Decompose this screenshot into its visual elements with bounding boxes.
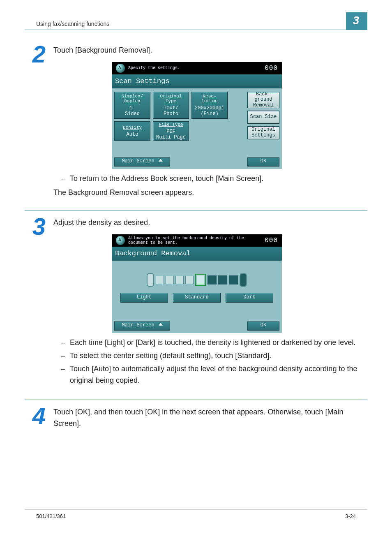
scan-size-tab[interactable]: Scan Size (247, 111, 279, 124)
background-removal-tab[interactable]: Back- ground Removal (247, 92, 279, 108)
slider-light-end[interactable] (147, 273, 154, 287)
slider-step[interactable] (166, 276, 174, 284)
density-button[interactable]: Density Auto (114, 121, 150, 141)
original-type-button[interactable]: Original Type Text/ Photo (153, 92, 189, 119)
footer-left: 501/421/361 (36, 513, 66, 519)
slider-step[interactable] (156, 276, 164, 284)
slider-step[interactable] (185, 276, 194, 284)
status-icon (116, 236, 125, 245)
slider-step[interactable] (208, 275, 217, 284)
status-icon (116, 64, 125, 73)
chapter-number: 3 (346, 12, 367, 30)
slider-dark-end[interactable] (240, 273, 247, 287)
slider-step[interactable] (218, 275, 227, 284)
scan-settings-screenshot: Specify the settings. 000 Scan Settings … (112, 62, 282, 169)
step3-bullet-3: Touch [Auto] to automatically adjust the… (70, 363, 367, 386)
slider-current[interactable] (195, 274, 206, 286)
step2-follow-text: The Background Removal screen appears. (53, 187, 367, 199)
resolution-button[interactable]: Reso- lution 200x200dpi (Fine) (191, 92, 228, 119)
dark-button[interactable]: Dark (226, 293, 273, 303)
density-slider[interactable] (114, 273, 279, 287)
step3-bullet-1: Each time [Light] or [Dark] is touched, … (70, 337, 355, 349)
step2-bullet: To return to the Address Book screen, to… (70, 173, 263, 185)
step-number-2: 2 (25, 42, 53, 199)
background-removal-screenshot: Allows you to set the background density… (112, 234, 282, 333)
step-number-3: 3 (25, 215, 53, 388)
panel-hint: Allows you to set the background density… (128, 236, 261, 245)
slider-step[interactable] (175, 276, 184, 284)
file-type-button[interactable]: File Type PDF Multi Page (153, 121, 189, 141)
counter: 000 (265, 63, 278, 74)
main-screen-button[interactable]: Main Screen (114, 321, 170, 331)
step2-instruction: Touch [Background Removal]. (53, 45, 367, 56)
panel-title: Scan Settings (112, 74, 282, 88)
ok-button[interactable]: OK (247, 157, 279, 166)
ok-button[interactable]: OK (247, 321, 279, 331)
simplex-duplex-button[interactable]: Simplex/ Duplex 1- Sided (114, 92, 150, 119)
step3-instruction: Adjust the density as desired. (53, 217, 367, 229)
arrow-up-icon (159, 159, 163, 162)
panel-hint: Specify the settings. (128, 66, 261, 70)
main-screen-button[interactable]: Main Screen (114, 157, 170, 166)
step-number-4: 4 (25, 404, 53, 435)
standard-button[interactable]: Standard (173, 293, 221, 303)
counter: 000 (265, 236, 278, 246)
light-button[interactable]: Light (120, 293, 168, 303)
slider-step[interactable] (229, 275, 238, 284)
original-settings-tab[interactable]: Original Settings (247, 126, 279, 139)
arrow-up-icon (159, 323, 163, 326)
step3-bullet-2: To select the center setting (default se… (70, 350, 271, 362)
step4-instruction: Touch [OK], and then touch [OK] in the n… (53, 407, 367, 430)
panel-title: Background Removal (112, 247, 282, 261)
header-left: Using fax/scanning functions (25, 21, 109, 30)
footer-right: 3-24 (345, 513, 356, 519)
